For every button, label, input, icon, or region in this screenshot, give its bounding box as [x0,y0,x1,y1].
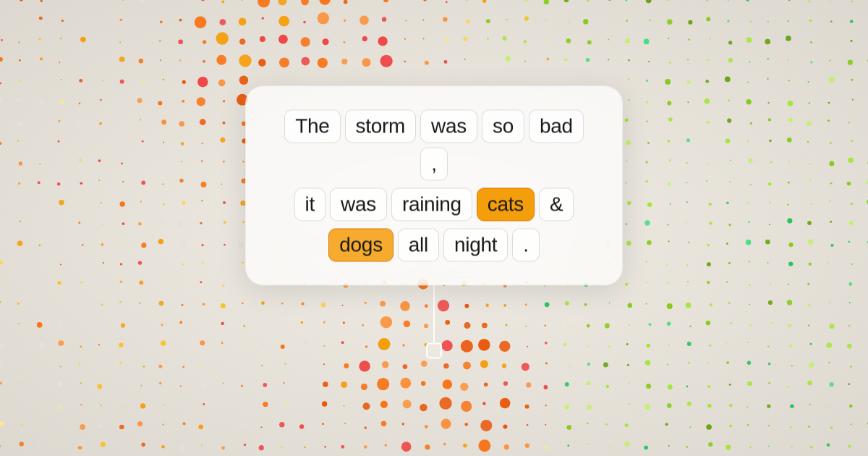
svg-point-392 [141,242,146,248]
svg-point-69 [486,19,490,23]
svg-point-779 [58,423,59,425]
svg-point-456 [646,261,647,263]
svg-point-204 [17,98,20,102]
svg-point-377 [728,224,731,227]
svg-point-649 [101,365,103,367]
svg-point-434 [202,261,204,263]
svg-point-861 [827,444,830,447]
svg-point-601 [17,345,20,347]
svg-point-331 [847,182,851,185]
svg-point-471 [57,281,61,284]
svg-point-57 [239,18,247,26]
svg-point-505 [749,284,750,286]
svg-point-369 [200,222,202,224]
svg-point-699 [223,382,224,384]
svg-point-302 [788,161,791,163]
svg-point-326 [750,184,752,185]
svg-point-364 [102,224,103,226]
svg-point-144 [216,55,226,65]
svg-point-252 [827,119,830,122]
svg-point-428 [80,259,84,263]
svg-point-832 [244,444,246,446]
svg-point-640 [810,343,812,345]
svg-point-694 [123,384,125,387]
svg-point-211 [158,101,162,105]
svg-point-413 [668,240,670,242]
svg-point-766 [687,402,692,406]
svg-point-318 [221,183,222,185]
svg-point-559 [57,321,62,326]
svg-point-348 [670,203,671,205]
svg-point-260 [99,140,101,141]
svg-point-632 [646,344,650,348]
svg-point-374 [668,224,669,225]
svg-point-217 [646,101,649,104]
svg-point-76 [626,20,628,22]
svg-point-355 [811,203,812,204]
svg-point-214 [223,100,225,102]
svg-point-169 [728,58,733,62]
svg-point-473 [98,279,103,285]
svg-point-834 [281,447,283,449]
svg-point-23 [446,1,448,3]
svg-point-554 [849,302,851,303]
svg-point-752 [403,400,412,408]
svg-point-707 [377,378,389,390]
svg-point-734 [41,405,42,406]
svg-point-504 [726,281,728,282]
svg-point-219 [687,101,689,103]
svg-point-86 [830,20,833,22]
svg-point-429 [103,262,104,263]
svg-point-296 [669,159,671,161]
svg-point-366 [138,222,142,226]
svg-point-690 [42,385,43,387]
svg-point-667 [463,362,471,370]
svg-point-161 [564,58,567,61]
svg-point-182 [103,80,104,81]
svg-point-48 [61,20,64,22]
svg-point-342 [182,201,186,205]
svg-point-593 [749,324,752,326]
svg-point-790 [279,422,284,427]
svg-point-378 [748,221,749,223]
svg-point-89 [1,39,3,41]
svg-point-657 [261,365,263,366]
svg-point-844 [478,439,490,452]
svg-point-238 [179,121,184,126]
token-night: night [443,228,508,261]
svg-point-710 [443,379,452,389]
svg-point-716 [565,382,569,387]
svg-point-609 [183,345,184,347]
svg-point-316 [179,179,183,182]
svg-point-395 [201,244,203,246]
svg-point-508 [807,283,809,285]
svg-point-805 [587,423,588,424]
svg-point-376 [709,221,712,225]
svg-point-166 [669,62,671,64]
svg-point-637 [747,342,749,343]
svg-point-128 [786,35,791,41]
svg-point-329 [809,179,811,181]
svg-point-54 [179,19,182,22]
svg-point-592 [730,322,732,324]
svg-point-371 [242,221,244,223]
svg-point-543 [628,303,632,308]
svg-point-763 [629,403,630,405]
svg-point-589 [667,322,671,326]
svg-point-223 [767,102,769,104]
svg-point-186 [182,80,186,84]
svg-point-270 [667,140,670,143]
svg-point-183 [120,80,124,84]
svg-point-150 [341,59,347,64]
svg-point-124 [710,38,711,39]
svg-point-611 [221,342,224,344]
svg-point-388 [59,241,61,242]
svg-point-595 [788,324,791,327]
svg-point-192 [665,79,671,85]
svg-point-152 [380,55,393,67]
svg-point-718 [606,385,609,388]
svg-point-274 [747,140,749,142]
svg-point-693 [97,384,102,389]
svg-point-837 [341,445,344,449]
token--: , [420,147,447,180]
